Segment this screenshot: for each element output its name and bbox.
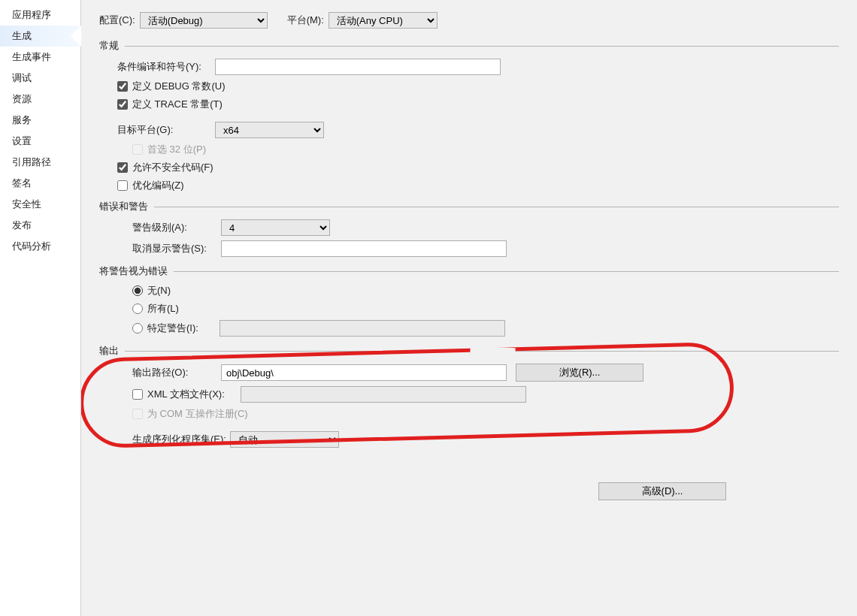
define-trace-checkbox[interactable] (117, 99, 128, 110)
sidebar-item-label: 代码分析 (12, 240, 51, 252)
section-treat-as-error: 将警告视为错误 (99, 264, 839, 278)
section-output: 输出 (99, 344, 839, 358)
sidebar-item-services[interactable]: 服务 (0, 110, 80, 131)
sidebar-item-label: 安全性 (12, 198, 41, 210)
prefer-32bit-label: 首选 32 位(P) (147, 143, 206, 156)
treat-specific-radio[interactable] (132, 323, 143, 334)
sidebar-item-application[interactable]: 应用程序 (0, 5, 80, 26)
treat-all-radio[interactable] (132, 303, 143, 314)
section-title: 错误和警告 (99, 200, 148, 213)
serialization-label: 生成序列化程序集(E): (132, 433, 230, 446)
treat-specific-label: 特定警告(I): (147, 322, 215, 335)
platform-target-label: 目标平台(G): (117, 123, 215, 137)
sidebar-item-label: 生成 (12, 30, 32, 41)
output-path-label: 输出路径(O): (132, 366, 221, 379)
advanced-button[interactable]: 高级(D)... (598, 482, 726, 500)
sidebar-item-label: 服务 (12, 114, 32, 125)
sidebar-item-build-events[interactable]: 生成事件 (0, 47, 80, 68)
warning-level-select[interactable]: 4 (221, 219, 330, 236)
com-register-label: 为 COM 互操作注册(C) (147, 407, 248, 421)
optimize-label: 优化编码(Z) (132, 179, 184, 192)
treat-none-radio[interactable] (132, 285, 143, 296)
conditional-symbols-input[interactable] (215, 59, 501, 75)
platform-label: 平台(M): (287, 14, 324, 27)
suppress-warnings-label: 取消显示警告(S): (132, 242, 221, 255)
sidebar-item-label: 发布 (12, 219, 32, 231)
treat-all-label: 所有(L) (147, 302, 179, 316)
sidebar-item-label: 调试 (12, 72, 32, 83)
warning-level-label: 警告级别(A): (132, 221, 221, 234)
sidebar-item-reference-paths[interactable]: 引用路径 (0, 152, 80, 173)
sidebar-item-label: 生成事件 (12, 51, 51, 62)
content-pane: 配置(C): 活动(Debug) 平台(M): 活动(Any CPU) 常规 条… (81, 0, 857, 616)
conditional-symbols-label: 条件编译和符号(Y): (117, 60, 215, 74)
sidebar-item-signing[interactable]: 签名 (0, 173, 80, 194)
section-title: 常规 (99, 39, 119, 53)
define-trace-label: 定义 TRACE 常量(T) (132, 98, 223, 111)
allow-unsafe-label: 允许不安全代码(F) (132, 161, 213, 174)
platform-target-select[interactable]: x64 (215, 122, 324, 138)
sidebar-item-security[interactable]: 安全性 (0, 194, 80, 215)
sidebar-item-label: 设置 (12, 135, 32, 146)
define-debug-label: 定义 DEBUG 常数(U) (132, 80, 226, 93)
section-title: 输出 (99, 344, 119, 358)
sidebar-item-build[interactable]: 生成 (0, 26, 80, 47)
allow-unsafe-checkbox[interactable] (117, 162, 128, 173)
prefer-32bit-checkbox (132, 144, 143, 155)
suppress-warnings-input[interactable] (221, 240, 507, 257)
section-errors: 错误和警告 (99, 200, 839, 213)
sidebar-item-settings[interactable]: 设置 (0, 131, 80, 152)
com-register-checkbox (132, 409, 143, 419)
section-general: 常规 (99, 39, 839, 53)
sidebar-item-label: 应用程序 (12, 9, 51, 20)
sidebar-item-publish[interactable]: 发布 (0, 215, 80, 236)
sidebar-item-label: 资源 (12, 93, 32, 104)
xml-doc-input (241, 386, 526, 403)
xml-doc-checkbox[interactable] (132, 389, 143, 400)
define-debug-checkbox[interactable] (117, 81, 128, 92)
sidebar-item-label: 签名 (12, 177, 32, 189)
platform-select[interactable]: 活动(Any CPU) (329, 12, 438, 29)
sidebar-item-resources[interactable]: 资源 (0, 89, 80, 110)
sidebar-item-label: 引用路径 (12, 156, 51, 168)
sidebar: 应用程序 生成 生成事件 调试 资源 服务 设置 引用路径 签名 安全性 发布 … (0, 0, 81, 616)
treat-specific-input (220, 320, 505, 337)
configuration-label: 配置(C): (99, 14, 135, 27)
sidebar-item-code-analysis[interactable]: 代码分析 (0, 236, 80, 257)
sidebar-item-debug[interactable]: 调试 (0, 68, 80, 89)
output-path-input[interactable] (221, 364, 507, 381)
configuration-select[interactable]: 活动(Debug) (140, 12, 268, 29)
section-title: 将警告视为错误 (99, 264, 168, 278)
optimize-checkbox[interactable] (117, 180, 128, 191)
browse-button[interactable]: 浏览(R)... (516, 364, 644, 382)
xml-doc-label: XML 文档文件(X): (147, 388, 236, 401)
treat-none-label: 无(N) (147, 284, 171, 297)
serialization-select[interactable]: 自动 (230, 431, 339, 448)
